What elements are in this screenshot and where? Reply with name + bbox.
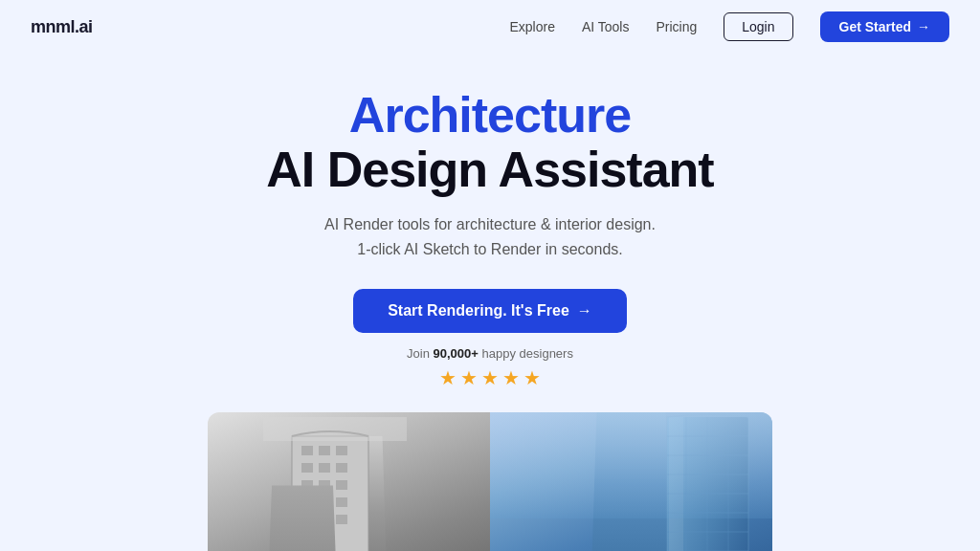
nav-links: Explore AI Tools Pricing Login Get Start… xyxy=(509,11,949,42)
svg-rect-8 xyxy=(319,480,330,490)
hero-title-black: AI Design Assistant xyxy=(266,143,713,197)
star-rating: ★ ★ ★ ★ ★ xyxy=(439,366,541,389)
hero-section: Architecture AI Design Assistant AI Rend… xyxy=(0,54,980,551)
get-started-button[interactable]: Get Started → xyxy=(820,11,949,42)
hero-subtitle-line1: AI Render tools for architecture & inter… xyxy=(324,216,656,232)
star-5: ★ xyxy=(523,366,541,389)
svg-rect-5 xyxy=(319,463,330,473)
svg-rect-3 xyxy=(336,446,347,455)
hero-subtitle: AI Render tools for architecture & inter… xyxy=(324,212,656,261)
svg-rect-9 xyxy=(336,480,347,490)
star-1: ★ xyxy=(439,366,457,389)
login-button[interactable]: Login xyxy=(724,12,792,41)
hero-image-render xyxy=(490,412,772,551)
svg-rect-7 xyxy=(301,480,313,490)
svg-rect-4 xyxy=(301,463,313,473)
hero-cta-button[interactable]: Start Rendering. It's Free → xyxy=(353,289,627,333)
svg-rect-11 xyxy=(319,497,330,507)
star-4: ★ xyxy=(502,366,520,389)
building-sketch-svg xyxy=(263,417,407,551)
social-proof-prefix: Join xyxy=(407,346,433,361)
hero-subtitle-line2: 1-click AI Sketch to Render in seconds. xyxy=(357,241,622,257)
hero-image-sketch xyxy=(208,412,490,551)
svg-rect-29 xyxy=(669,417,683,551)
svg-rect-2 xyxy=(319,446,330,455)
hero-cta-arrow: → xyxy=(577,302,592,320)
svg-rect-12 xyxy=(336,497,347,507)
svg-rect-10 xyxy=(301,497,313,507)
building-colored-svg xyxy=(657,412,763,551)
social-proof-suffix: happy designers xyxy=(479,346,573,361)
svg-rect-15 xyxy=(336,515,347,524)
star-2: ★ xyxy=(460,366,478,389)
nav-link-explore[interactable]: Explore xyxy=(509,19,554,34)
get-started-arrow: → xyxy=(917,19,930,34)
hero-image-preview xyxy=(208,412,772,551)
svg-rect-6 xyxy=(336,463,347,473)
star-3: ★ xyxy=(481,366,499,389)
svg-rect-1 xyxy=(301,446,313,455)
social-proof-count: 90,000+ xyxy=(434,346,479,361)
svg-rect-13 xyxy=(301,515,313,524)
hero-cta-label: Start Rendering. It's Free xyxy=(388,302,569,320)
get-started-label: Get Started xyxy=(839,19,911,34)
hero-title-blue: Architecture xyxy=(349,88,631,143)
nav-link-pricing[interactable]: Pricing xyxy=(656,19,697,34)
social-proof: Join 90,000+ happy designers xyxy=(407,346,573,361)
svg-rect-14 xyxy=(319,515,330,524)
svg-rect-16 xyxy=(263,417,407,441)
logo: mnml.ai xyxy=(31,17,93,37)
navbar: mnml.ai Explore AI Tools Pricing Login G… xyxy=(0,0,980,54)
nav-link-ai-tools[interactable]: AI Tools xyxy=(582,19,630,34)
